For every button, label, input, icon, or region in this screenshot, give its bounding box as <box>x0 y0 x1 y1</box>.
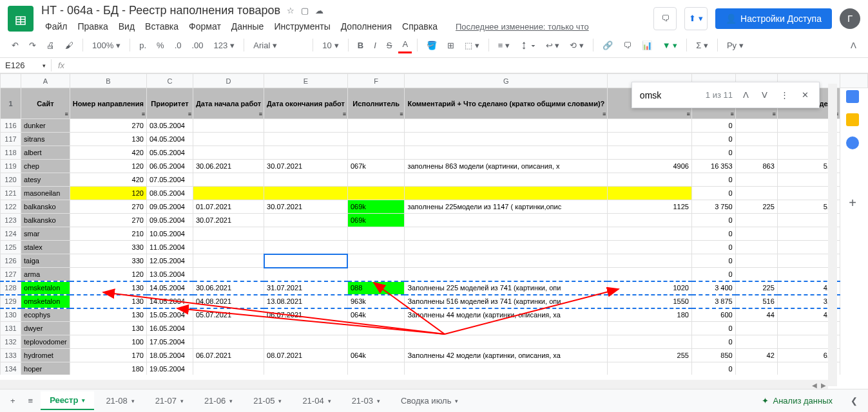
cell[interactable] <box>347 254 405 268</box>
paint-format-button[interactable]: 🖌 <box>61 38 77 53</box>
all-sheets-button[interactable]: ≡ <box>23 392 39 409</box>
cell[interactable] <box>405 119 608 133</box>
wrap-button[interactable]: ↩ ▾ <box>542 39 564 52</box>
cell[interactable]: 42 <box>735 349 777 362</box>
cell[interactable] <box>264 187 348 200</box>
cell[interactable]: balkansko <box>21 200 70 214</box>
cell[interactable]: hydromet <box>21 349 70 362</box>
col-header[interactable]: B <box>70 74 146 88</box>
cell[interactable]: 963k <box>347 295 405 308</box>
cell[interactable] <box>347 119 405 133</box>
cell[interactable]: Заполнены 44 модели (картинки, описания,… <box>405 308 608 322</box>
column-header[interactable]: Приоритет≡ <box>146 88 193 119</box>
cell[interactable] <box>193 187 264 200</box>
cell[interactable]: 08.07.2021 <box>264 349 348 362</box>
cell[interactable]: заполнены 225модели из 1147 ( картинки,о… <box>405 200 608 214</box>
horizontal-scrollbar[interactable]: ◀ ▶ <box>0 380 828 389</box>
cell[interactable]: 10.05.2004 <box>146 227 193 241</box>
add-side-icon[interactable]: + <box>846 196 859 209</box>
cell[interactable]: 0 <box>691 362 735 375</box>
cell[interactable]: 16 353 <box>691 160 735 173</box>
cell[interactable]: 516 <box>735 295 777 308</box>
script-button[interactable]: Py ▾ <box>723 39 747 52</box>
cell[interactable] <box>193 241 264 254</box>
cell[interactable]: sitrans <box>21 133 70 146</box>
cell[interactable]: 17.05.2004 <box>146 335 193 349</box>
cell[interactable]: 330 <box>70 241 146 254</box>
col-header[interactable]: A <box>21 74 70 88</box>
menu-Вставка[interactable]: Вставка <box>141 20 182 33</box>
keep-side-icon[interactable] <box>846 113 859 126</box>
cell[interactable] <box>735 362 777 375</box>
cell[interactable]: 0 <box>691 268 735 281</box>
row-header[interactable]: 122 <box>1 200 21 214</box>
comments-button[interactable]: 🗨 <box>653 7 677 30</box>
cell[interactable]: 130 <box>70 281 146 295</box>
cell[interactable] <box>735 322 777 335</box>
link-button[interactable]: 🔗 <box>599 38 617 53</box>
cell[interactable]: 210 <box>70 227 146 241</box>
cell[interactable] <box>405 227 608 241</box>
cell[interactable]: 0 <box>691 119 735 133</box>
cell[interactable]: 0 <box>691 227 735 241</box>
row-header[interactable]: 123 <box>1 214 21 227</box>
cell[interactable] <box>264 362 348 375</box>
star-icon[interactable]: ☆ <box>287 6 294 15</box>
explore-button[interactable]: ✦ Анализ данных <box>754 392 840 409</box>
cell[interactable]: 06.07.2021 <box>264 308 348 322</box>
side-panel-toggle[interactable]: ❮ <box>845 392 863 409</box>
cell[interactable]: 44 <box>735 308 777 322</box>
menu-Данные[interactable]: Данные <box>227 20 268 33</box>
cell[interactable]: 120 <box>70 160 146 173</box>
v-align-button[interactable]: ⭥ ▾ <box>516 39 539 52</box>
cell[interactable] <box>193 173 264 187</box>
cell[interactable] <box>347 335 405 349</box>
share-button[interactable]: 👤 Настройки Доступа <box>715 8 832 29</box>
cell[interactable]: 05.05.2004 <box>146 146 193 160</box>
format-dropdown[interactable]: 123 ▾ <box>210 39 239 52</box>
cell[interactable] <box>405 173 608 187</box>
cell[interactable] <box>264 133 348 146</box>
row-header[interactable]: 116 <box>1 119 21 133</box>
cell[interactable] <box>347 362 405 375</box>
cell[interactable] <box>735 227 777 241</box>
cell[interactable] <box>735 133 777 146</box>
menu-Правка[interactable]: Правка <box>73 20 111 33</box>
cell[interactable] <box>264 214 348 227</box>
cell[interactable]: 04.05.2004 <box>146 133 193 146</box>
cell[interactable]: 3 875 <box>691 295 735 308</box>
row-header[interactable]: 129 <box>1 295 21 308</box>
cell[interactable] <box>608 187 692 200</box>
cell[interactable]: 1550 <box>608 295 692 308</box>
cell[interactable]: 270 <box>70 214 146 227</box>
merge-button[interactable]: ⬚ ▾ <box>461 39 483 52</box>
cell[interactable]: 0 <box>691 133 735 146</box>
cell[interactable]: 130 <box>70 295 146 308</box>
col-header[interactable]: C <box>146 74 193 88</box>
account-avatar[interactable]: Г <box>840 8 860 29</box>
filter-icon[interactable]: ≡ <box>603 111 606 117</box>
row-header[interactable]: 131 <box>1 322 21 335</box>
cell[interactable]: 3 750 <box>691 200 735 214</box>
menu-Справка[interactable]: Справка <box>398 20 441 33</box>
menu-Инструменты[interactable]: Инструменты <box>270 20 334 33</box>
currency-button[interactable]: р. <box>135 38 150 53</box>
cell[interactable] <box>347 322 405 335</box>
cell[interactable]: 08.05.2004 <box>146 187 193 200</box>
cell[interactable]: omsketalon <box>21 295 70 308</box>
cell[interactable] <box>347 241 405 254</box>
find-next-button[interactable]: ᐯ <box>759 88 770 102</box>
filter-icon[interactable]: ≡ <box>64 111 68 117</box>
col-header[interactable]: D <box>193 74 264 88</box>
column-header[interactable]: Дата начала работ≡ <box>193 88 264 119</box>
cell[interactable]: 863 <box>735 160 777 173</box>
print-button[interactable]: 🖨 <box>43 38 59 53</box>
cell[interactable] <box>735 335 777 349</box>
vertical-scrollbar[interactable] <box>828 84 837 386</box>
cell[interactable] <box>347 133 405 146</box>
cell[interactable]: 04.08.2021 <box>193 295 264 308</box>
cell[interactable]: 30.06.2021 <box>193 160 264 173</box>
cell[interactable]: 09.05.2004 <box>146 200 193 214</box>
cell[interactable]: 14.05.2004 <box>146 295 193 308</box>
cell[interactable] <box>608 241 692 254</box>
